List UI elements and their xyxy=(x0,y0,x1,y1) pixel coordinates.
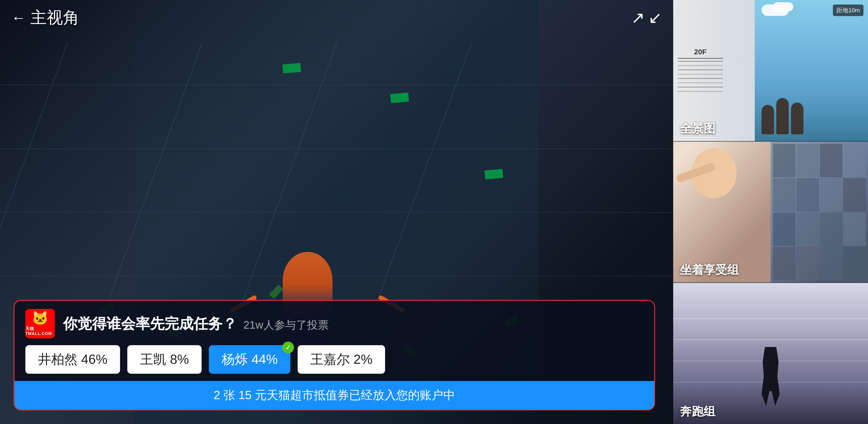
running-photo xyxy=(673,283,868,424)
option-3-percent: 44% xyxy=(251,352,278,366)
emergency-sign-2 xyxy=(484,169,503,179)
sitting-photo xyxy=(673,142,868,283)
main-video-area: ← 主视角 ↗ ↙ × 🐱 天猫 TMALL.COM 你觉得谁会率先完成任务？ … xyxy=(0,0,673,424)
sidebar-item-sitting[interactable]: 坐着享受组 xyxy=(673,142,868,283)
poll-options: 井柏然 46% 王凯 8% 杨烁 44% ✓ 王嘉尔 2% xyxy=(25,345,643,374)
stair-tread-1 xyxy=(673,318,868,319)
poll-footer: 2 张 15 元天猫超市抵值券已经放入您的账户中 xyxy=(14,381,654,410)
option-2-percent: 8% xyxy=(170,352,189,366)
tmall-logo: 🐱 天猫 TMALL.COM xyxy=(25,309,55,338)
floor-lines xyxy=(678,58,723,93)
top-bar: ← 主视角 ↗ ↙ xyxy=(0,0,673,35)
page-title: 主视角 xyxy=(30,7,79,29)
person-3 xyxy=(791,102,803,134)
option-3-name: 杨烁 xyxy=(221,352,248,366)
poll-question-container: 你觉得谁会率先完成任务？ 21w人参与了投票 xyxy=(63,314,643,334)
stair-tread-2 xyxy=(673,339,868,340)
emergency-sign-3 xyxy=(282,63,301,73)
poll-option-3[interactable]: 杨烁 44% ✓ xyxy=(209,345,290,374)
back-navigation[interactable]: ← 主视角 xyxy=(11,7,79,29)
option-4-name: 王嘉尔 xyxy=(310,352,350,366)
expand-button[interactable]: ↗ ↙ xyxy=(631,8,662,27)
collapse-icon-symbol: ↙ xyxy=(648,8,662,27)
selected-checkmark: ✓ xyxy=(282,341,294,353)
poll-footer-text: 2 张 15 元天猫超市抵值券已经放入您的账户中 xyxy=(214,388,455,401)
sitting-label: 坐着享受组 xyxy=(680,262,739,278)
cloud-2 xyxy=(773,2,793,11)
app-container: ← 主视角 ↗ ↙ × 🐱 天猫 TMALL.COM 你觉得谁会率先完成任务？ … xyxy=(0,0,868,424)
floor-label: 20F xyxy=(678,48,723,56)
poll-option-1[interactable]: 井柏然 46% xyxy=(25,345,120,374)
person-2 xyxy=(776,98,789,134)
person-selfie xyxy=(673,142,780,283)
person-1 xyxy=(762,105,774,134)
emergency-sign-1 xyxy=(390,92,409,103)
expand-icon-symbol: ↗ xyxy=(631,8,645,27)
people-silhouette xyxy=(762,98,803,134)
poll-option-4[interactable]: 王嘉尔 2% xyxy=(298,345,385,374)
aerial-city-view xyxy=(771,142,868,283)
option-2-name: 王凯 xyxy=(140,352,166,366)
sidebar-item-running[interactable]: 奔跑组 xyxy=(673,283,868,424)
sidebar-item-panorama[interactable]: 20F xyxy=(673,0,868,142)
panorama-photo: 距地10m xyxy=(755,0,868,141)
option-1-name: 井柏然 xyxy=(38,352,78,366)
tmall-brand-text: 天猫 TMALL.COM xyxy=(25,326,55,336)
poll-overlay: × 🐱 天猫 TMALL.COM 你觉得谁会率先完成任务？ 21w人参与了投票 … xyxy=(13,300,655,411)
panorama-diagram: 20F xyxy=(678,0,723,141)
running-label: 奔跑组 xyxy=(680,404,715,420)
poll-option-2[interactable]: 王凯 8% xyxy=(127,345,202,374)
option-1-percent: 46% xyxy=(81,352,107,366)
right-sidebar: 20F xyxy=(673,0,868,424)
vote-count-text: 21w人参与了投票 xyxy=(243,319,329,331)
poll-question-text: 你觉得谁会率先完成任务？ xyxy=(63,315,237,332)
poll-header: 🐱 天猫 TMALL.COM 你觉得谁会率先完成任务？ 21w人参与了投票 xyxy=(25,309,643,338)
option-4-percent: 2% xyxy=(353,352,373,366)
height-indicator: 距地10m xyxy=(833,4,864,16)
panorama-label: 全景图 xyxy=(680,121,715,137)
back-arrow-icon[interactable]: ← xyxy=(11,10,26,25)
